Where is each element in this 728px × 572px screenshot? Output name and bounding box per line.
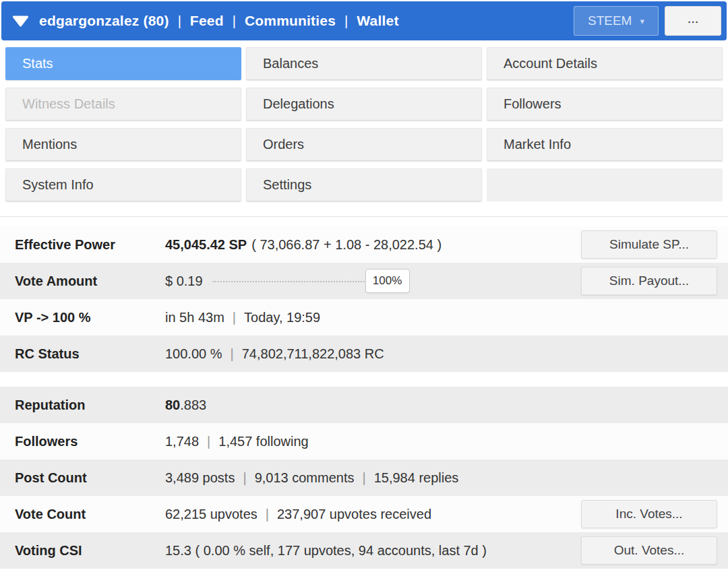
vp-recharge-value: in 5h 43m | Today, 19:59 [165,310,320,325]
vote-amount-value: $ 0.19 100% [165,267,410,294]
followers-count: 1,748 [165,434,199,449]
value-separator: | [362,470,365,486]
out-votes-button[interactable]: Out. Votes... [581,536,717,565]
row-voting-csi: Voting CSI 15.3 ( 0.00 % self, 177 upvot… [0,532,728,569]
replies-count: 15,984 replies [374,470,459,486]
rc-status-label: RC Status [0,346,165,362]
followers-value: 1,748 | 1,457 following [165,434,309,449]
tab-mentions[interactable]: Mentions [5,128,241,161]
vote-count-value: 62,215 upvotes | 237,907 upvotes receive… [165,507,431,522]
stats-panel: Effective Power 45,045.42 SP ( 73,066.87… [0,216,728,569]
reputation-value: 80 .883 [165,398,206,413]
value-separator: | [243,470,246,486]
voting-csi-label: Voting CSI [0,543,165,559]
reputation-label: Reputation [0,398,165,413]
steem-chain-dropdown[interactable]: STEEM ▾ [574,6,659,36]
vote-amount-dollar: $ 0.19 [165,274,203,289]
tab-market-info[interactable]: Market Info [487,128,723,161]
value-separator: | [207,434,210,449]
reputation-main: 80 [165,398,180,413]
following-count: 1,457 following [218,434,308,449]
vote-amount-label: Vote Amount [0,274,165,289]
effective-power-detail: ( 73,066.87 + 1.08 - 28,022.54 ) [251,237,442,253]
row-vote-amount: Vote Amount $ 0.19 100% Sim. Payout... [0,263,728,299]
topbar: edgargonzalez (80) | Feed | Communities … [1,1,727,40]
inc-votes-button[interactable]: Inc. Votes... [581,500,717,528]
row-vp-recharge: VP -> 100 % in 5h 43m | Today, 19:59 [0,299,728,336]
value-separator: | [233,310,236,325]
nav-separator: | [344,13,348,29]
nav-separator: | [233,13,236,29]
tab-delegations[interactable]: Delegations [246,88,482,121]
chevron-down-icon: ▾ [640,16,644,26]
rc-status-value: 100.00 % | 74,802,711,822,083 RC [165,346,384,362]
post-count-value: 3,489 posts | 9,013 comments | 15,984 re… [165,470,458,486]
voting-csi-value: 15.3 ( 0.00 % self, 177 upvotes, 94 acco… [165,543,487,559]
rc-status-percent: 100.00 % [165,346,222,362]
row-vote-count: Vote Count 62,215 upvotes | 237,907 upvo… [0,496,728,532]
tab-settings[interactable]: Settings [246,168,482,201]
effective-power-label: Effective Power [0,237,165,253]
row-post-count: Post Count 3,489 posts | 9,013 comments … [0,459,728,496]
followers-label: Followers [0,434,165,449]
account-name[interactable]: edgargonzalez (80) [39,13,169,29]
wallet-tabs-grid: Stats Balances Account Details Witness D… [0,40,728,208]
steemworld-wallet-page: edgargonzalez (80) | Feed | Communities … [0,1,728,572]
tab-orders[interactable]: Orders [246,128,482,161]
tab-account-details[interactable]: Account Details [487,47,723,80]
effective-power-sp: 45,045.42 SP [165,237,247,253]
section-gap [0,372,728,387]
rc-status-rc: 74,802,711,822,083 RC [242,346,384,362]
tab-system-info[interactable]: System Info [5,168,241,201]
tab-balances[interactable]: Balances [246,47,482,80]
account-menu-triangle-icon[interactable] [12,15,29,27]
effective-power-value: 45,045.42 SP ( 73,066.87 + 1.08 - 28,022… [165,237,442,253]
sim-payout-button[interactable]: Sim. Payout... [581,267,717,295]
post-count-label: Post Count [0,470,165,486]
vp-recharge-time: in 5h 43m [165,310,224,325]
vote-count-label: Vote Count [0,507,165,522]
upvotes-count: 62,215 upvotes [165,507,257,522]
tab-followers[interactable]: Followers [487,88,723,121]
voting-csi-text: 15.3 ( 0.00 % self, 177 upvotes, 94 acco… [165,543,487,559]
row-rc-status: RC Status 100.00 % | 74,802,711,822,083 … [0,336,728,372]
vote-weight-slider[interactable]: 100% [213,267,410,294]
row-reputation: Reputation 80 .883 [0,387,728,423]
slider-handle[interactable]: 100% [365,269,410,293]
vp-recharge-label: VP -> 100 % [0,310,165,325]
comments-count: 9,013 comments [255,470,355,486]
tab-grid-filler [487,168,723,201]
simulate-sp-button[interactable]: Simulate SP... [581,230,717,259]
tab-stats[interactable]: Stats [5,47,241,80]
vp-recharge-eta: Today, 19:59 [244,310,320,325]
upvotes-received-count: 237,907 upvotes received [277,507,431,522]
steem-chain-dropdown-label: STEEM [588,13,632,28]
nav-communities[interactable]: Communities [245,13,336,29]
reputation-decimals: .883 [180,398,206,413]
topbar-nav: edgargonzalez (80) | Feed | Communities … [12,13,399,29]
nav-feed[interactable]: Feed [190,13,224,29]
row-effective-power: Effective Power 45,045.42 SP ( 73,066.87… [0,226,728,263]
row-followers: Followers 1,748 | 1,457 following [0,423,728,459]
value-separator: | [266,507,269,522]
more-options-button[interactable]: ... [665,6,721,36]
tab-witness-details[interactable]: Witness Details [5,88,241,121]
nav-wallet[interactable]: Wallet [357,13,398,29]
nav-separator: | [178,13,181,29]
value-separator: | [231,346,234,362]
topbar-actions: STEEM ▾ ... [574,6,721,36]
posts-count: 3,489 posts [165,470,235,486]
